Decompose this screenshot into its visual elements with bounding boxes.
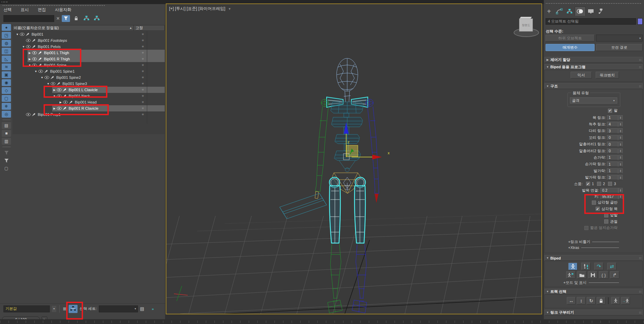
visibility-eye-icon[interactable]: [57, 88, 62, 92]
footstep-mode-button[interactable]: [581, 263, 590, 270]
motion-paths-tab[interactable]: 모션 경로: [596, 44, 643, 51]
motion-tab[interactable]: [575, 7, 586, 16]
tree-item-label[interactable]: Bip001: [32, 32, 43, 36]
expand-arrow-icon[interactable]: ▼: [15, 33, 20, 36]
spinner-value-field[interactable]: 3: [607, 128, 618, 133]
option-checkbox[interactable]: [584, 226, 588, 230]
expand-tree-button[interactable]: [82, 15, 91, 22]
tree-row[interactable]: ▼Bip001 Spine3✳: [12, 81, 165, 87]
pick-pin-icon[interactable]: [62, 88, 67, 92]
layers-icon[interactable]: ≣: [63, 306, 67, 311]
visibility-eye-icon[interactable]: [26, 45, 31, 48]
rollout-biped[interactable]: ▼ Biped ∷: [545, 255, 643, 261]
prop-3-option[interactable]: 3: [608, 182, 616, 186]
frozen-cell-icon[interactable]: ✳: [141, 107, 144, 110]
tree-item-label[interactable]: Bip001 Spine3: [62, 82, 87, 86]
lock-selection-button[interactable]: [72, 15, 80, 22]
tree-row[interactable]: ▼Bip001 Pelvis✳: [12, 44, 165, 50]
frozen-cell-icon[interactable]: ✳: [141, 39, 144, 42]
expand-arrow-icon[interactable]: ▼: [40, 76, 44, 79]
visibility-eye-icon[interactable]: [32, 57, 37, 61]
frozen-cell-icon[interactable]: ✳: [141, 76, 144, 79]
xtras-subrollout[interactable]: +Xtras: [568, 245, 619, 250]
frozen-cell-icon[interactable]: ✳: [141, 63, 144, 67]
spinner-value-field[interactable]: 0: [607, 148, 618, 154]
preset-dropdown-arrow[interactable]: ▼: [52, 306, 56, 312]
save-file-button[interactable]: [588, 271, 597, 279]
rollout-structure[interactable]: ▼ 구조 ∷: [545, 83, 643, 89]
tree-item-label[interactable]: Bip001 Prop1: [38, 112, 61, 117]
name-column-header[interactable]: 이름(오름차순으로 정렬됨): [13, 25, 129, 31]
visibility-eye-icon[interactable]: [57, 94, 62, 98]
modes-display-subrollout[interactable]: +모드 및 표시: [563, 280, 619, 285]
option-3-row[interactable]: 앞발: [545, 213, 618, 218]
lights-toggle[interactable]: ◍: [2, 40, 11, 47]
list-view-toggle[interactable]: ▤: [2, 122, 11, 129]
tree-item-label[interactable]: Bip001 R Clavicle: [69, 106, 98, 110]
frozen-cell-icon[interactable]: ✳: [141, 113, 144, 116]
spinner-value-field[interactable]: 0: [607, 135, 618, 140]
object-name-field[interactable]: 4 오브젝트 선택됨: [546, 18, 636, 25]
expand-arrow-icon[interactable]: ▶: [58, 101, 63, 104]
motion-capture-button[interactable]: ↱: [610, 271, 619, 279]
viewcube-front-face[interactable]: 정면도: [519, 19, 533, 32]
move-all-mode-button[interactable]: ▶: [566, 271, 575, 279]
track-bar-ticks[interactable]: [0, 319, 644, 324]
viewport-canvas[interactable]: [166, 4, 541, 314]
viewport-filter-icon[interactable]: ▼: [228, 7, 231, 11]
expand-arrow-icon[interactable]: ▶: [52, 107, 57, 110]
xrefs-toggle[interactable]: ◉: [2, 79, 11, 86]
hierarchy-mode-button[interactable]: [69, 305, 78, 313]
viewport-label[interactable]: [+] [투시] [표준] [와이어프레임] ▼: [169, 6, 231, 12]
spinner-value-field[interactable]: 1: [607, 115, 618, 120]
menu-edit[interactable]: 편집: [38, 7, 46, 13]
rollout-grip-icon[interactable]: ∷: [639, 290, 641, 293]
tree-item-label[interactable]: Bip001 Head: [75, 100, 97, 104]
link-twist-subrollout[interactable]: +링크 비틀기: [568, 239, 619, 244]
symmetrical-button[interactable]: [611, 297, 620, 304]
rollout-assign-controller[interactable]: ▶ 제어기 할당 ∷: [545, 57, 643, 63]
visibility-eye-icon[interactable]: [57, 107, 62, 110]
rollout-grip-icon[interactable]: ∷: [639, 85, 641, 88]
ankle-attach-field[interactable]: 0.2: [600, 188, 618, 193]
pick-pin-icon[interactable]: [44, 69, 48, 73]
option-checkbox[interactable]: [604, 219, 608, 224]
load-file-button[interactable]: [577, 271, 586, 279]
filter-button[interactable]: [62, 15, 70, 22]
groups-toggle[interactable]: ▣: [2, 71, 11, 78]
expand-arrow-icon[interactable]: ▼: [34, 70, 38, 73]
rollout-track-selection[interactable]: ▼ 트랙 선택 ∷: [545, 289, 643, 295]
workbench-button[interactable]: 워크벤치: [596, 72, 619, 79]
expand-arrow-icon[interactable]: ▼: [46, 82, 50, 85]
containers-toggle[interactable]: ▢: [2, 95, 11, 102]
pick-pin-icon[interactable]: [69, 100, 73, 104]
visibility-eye-icon[interactable]: [63, 100, 68, 104]
height-spinner-arrows[interactable]: ▲▼: [618, 194, 623, 199]
tree-row[interactable]: ▶Bip001 R Clavicle✳: [12, 105, 165, 111]
spinner-value-field[interactable]: 3: [607, 175, 618, 180]
option-5-row[interactable]: 짧은 엄지손가락: [545, 225, 618, 230]
rollout-grip-icon[interactable]: ∷: [639, 65, 641, 69]
expand-arrow-icon[interactable]: ▶: [27, 58, 32, 61]
tree-row[interactable]: ▶Bip001 Head✳: [12, 99, 165, 105]
convert-button[interactable]: ( ): [599, 271, 608, 279]
body-rotation-button[interactable]: ↻: [587, 297, 596, 304]
rollout-grip-icon[interactable]: ∷: [639, 256, 641, 260]
panel-drag-handle[interactable]: [3, 5, 106, 6]
viewport-label-text[interactable]: [+] [투시] [표준] [와이어프레임]: [169, 6, 225, 12]
menu-customize[interactable]: 사용자화: [55, 7, 71, 13]
modify-tab[interactable]: [554, 7, 564, 16]
visibility-eye-icon[interactable]: [44, 76, 49, 79]
option-checkbox[interactable]: [604, 213, 608, 217]
prop-2-option[interactable]: 2: [597, 182, 605, 186]
expand-arrow-icon[interactable]: ▶: [27, 51, 32, 55]
display-tab[interactable]: [586, 7, 596, 16]
body-type-dropdown[interactable]: 골격 ▼: [570, 97, 617, 104]
prop-3-checkbox[interactable]: [608, 182, 612, 186]
overflow-chevrons[interactable]: »: [152, 307, 154, 311]
filter-toggle[interactable]: [2, 157, 11, 164]
tree-column-header[interactable]: 이름(오름차순으로 정렬됨) ▲ 고정: [12, 25, 165, 31]
lock-com-keying-button[interactable]: [597, 297, 606, 304]
tree-row[interactable]: ▼Bip001 Neck✳: [12, 93, 165, 99]
option-1-row[interactable]: 삼각형 골반: [545, 200, 618, 205]
